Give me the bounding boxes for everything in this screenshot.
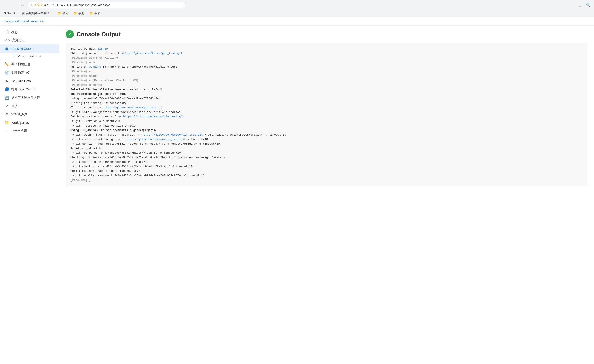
console-line: Cloning the remote Git repository [70, 101, 582, 106]
security-label: 不安全 [34, 3, 43, 7]
console-line: Running on Jenkins in /var/jenkins_home/… [70, 65, 582, 69]
breadcrumb-item-2[interactable]: #6 [42, 20, 45, 23]
sidebar-item-git-build-data[interactable]: ◆Git Build Data [0, 77, 59, 85]
sidebar-icon-workspaces: 📁 [5, 121, 9, 125]
console-line: > git config core.sparsecheckout # timeo… [70, 160, 582, 164]
bookmark-icon-google: G [4, 12, 6, 15]
bookmark-platform[interactable]: 📁平台 [57, 11, 69, 16]
sidebar-icon-delete-build: 🗑️ [5, 70, 9, 75]
console-line: [Pipeline] stage [70, 74, 582, 78]
bookmark-icon-misc: 📁 [90, 12, 94, 15]
browser-right-icons: ⊞ 🔍 [577, 2, 591, 8]
back-button[interactable]: ← [3, 2, 9, 8]
console-line: > git rev-list --no-walk 9c8a3d5236ba25b… [70, 173, 582, 178]
console-line: > git --version # timeout=10 [70, 119, 582, 124]
content-header: ✓ Console Output [59, 26, 594, 43]
sidebar-item-prev-build[interactable]: ←上一次构建 [0, 127, 59, 135]
sidebar-item-status[interactable]: 📄状态 [0, 28, 59, 36]
browser-toolbar: ← → ↻ ⚠ 不安全 47.102.149.46:8088/job/pipel… [0, 0, 594, 10]
bookmark-icon-manual: 📁 [74, 12, 77, 15]
sidebar-icon-git-build-data: ◆ [5, 79, 9, 83]
breadcrumb-item-0[interactable]: Dashboard [5, 20, 19, 23]
sidebar-item-workspaces[interactable]: 📁Workspaces [0, 118, 59, 127]
console-output: Started by user lishuoObtained jenkinsfi… [66, 43, 587, 186]
bookmark-label-google: Google [7, 12, 17, 15]
console-link[interactable]: https://gitee.com/kezuo/gin_test.git [125, 138, 186, 141]
sidebar: 📄状态</>变更历史▣Console Output📄View as plain … [0, 26, 59, 364]
console-link[interactable]: https://gitee.com/kezuo/gin_test.git [121, 52, 182, 55]
console-line: > git fetch --tags --force --progress --… [70, 133, 582, 137]
sidebar-item-blue-ocean[interactable]: 🔵打开 Blue Ocean [0, 85, 59, 94]
sidebar-label-changes: 变更历史 [12, 38, 25, 42]
console-line: Fetching upstream changes from https://g… [70, 115, 582, 119]
console-line: [Pipeline] { [70, 69, 582, 74]
bookmark-manual[interactable]: 📁手册 [73, 11, 85, 16]
console-line: Commit message: "add target/likezhu.txt.… [70, 169, 582, 173]
console-line: [Pipeline] } [70, 178, 582, 182]
sidebar-icon-changes: </> [5, 38, 10, 42]
sidebar-subitem-view-plain[interactable]: 📄View as plain text [0, 53, 59, 60]
top-wrapper: Dashboard›pipeline-test›#6 [0, 17, 594, 26]
sidebar-label-workspaces: Workspaces [11, 121, 29, 124]
bookmark-label-manual: 手册 [78, 11, 84, 15]
translate-button[interactable]: ⊞ [577, 2, 583, 8]
reload-button[interactable]: ↻ [19, 2, 25, 8]
browser-chrome: ← → ↻ ⚠ 不安全 47.102.149.46:8088/job/pipel… [0, 0, 594, 17]
sidebar-icon-status: 📄 [5, 30, 9, 34]
console-line: > git config remote.origin.url https://g… [70, 137, 582, 142]
sidebar-icon-replay: ↗ [5, 104, 9, 108]
bookmark-baidu-translate[interactable]: 百百度翻译-200种语... [21, 11, 53, 16]
sidebar-icon-blue-ocean: 🔵 [5, 87, 9, 91]
sidebar-item-pipeline-steps[interactable]: ≡流水线步骤 [0, 110, 59, 118]
console-line: Selected Git installation does not exist… [70, 87, 582, 92]
console-line: > git config --add remote.origin.fetch +… [70, 142, 582, 146]
page-layout: 📄状态</>变更历史▣Console Output📄View as plain … [0, 26, 594, 364]
console-line: [Pipeline] node [70, 60, 582, 65]
address-bar[interactable]: ⚠ 不安全 47.102.149.46:8088/job/pipeline-te… [27, 2, 186, 8]
sidebar-item-changes[interactable]: </>变更历史 [0, 36, 59, 44]
security-icon: ⚠ [30, 3, 33, 7]
bookmarks-bar: GGoogle百百度翻译-200种语...📁平台📁手册📁杂项 [0, 10, 594, 17]
bookmark-label-misc: 杂项 [94, 11, 100, 15]
console-link[interactable]: https://gitee.com/kezuo/gin_test.git [103, 106, 164, 109]
breadcrumb-item-1[interactable]: pipeline-test [23, 20, 39, 23]
console-link[interactable]: https://gitee.com/kezuo/gin_test.git [123, 115, 184, 118]
sidebar-icon-console-output: ▣ [5, 47, 9, 51]
sidebar-item-console-output[interactable]: ▣Console Output [0, 44, 59, 53]
console-line: Started by user lishuo [70, 47, 582, 51]
sidebar-label-edit-build: 编辑构建信息 [11, 62, 30, 66]
success-icon: ✓ [66, 30, 74, 38]
page-title: Console Output [76, 31, 121, 38]
console-link[interactable]: Jenkins [89, 65, 101, 69]
bookmark-icon-baidu-translate: 百 [22, 11, 25, 15]
console-line: [Pipeline] Start of Pipeline [70, 56, 582, 60]
console-line: > git --version # 'git version 2.30.2' [70, 124, 582, 128]
sidebar-item-delete-build[interactable]: 🗑️删除构建 '#6' [0, 68, 59, 77]
search-button[interactable]: 🔍 [585, 2, 591, 8]
bookmark-label-baidu-translate: 百度翻译-200种语... [26, 11, 52, 15]
bookmark-misc[interactable]: 📁杂项 [89, 11, 101, 16]
console-link[interactable]: https://gitee.com/kezuo/gin_test.git [142, 133, 203, 136]
sidebar-label-restart-stage: 从指定阶段重新运行 [11, 96, 40, 100]
sidebar-item-restart-stage[interactable]: 🔄从指定阶段重新运行 [0, 94, 59, 102]
breadcrumb: Dashboard›pipeline-test›#6 [0, 17, 594, 25]
sidebar-icon-pipeline-steps: ≡ [5, 112, 9, 116]
console-line: Checking out Revision e1d1615eb0c0542f72… [70, 155, 582, 160]
sidebar-label-console-output: Console Output [11, 47, 33, 50]
sidebar-label-prev-build: 上一次构建 [11, 129, 27, 133]
console-line: using GIT_ASKPASS to set credentials git… [70, 128, 582, 133]
forward-button[interactable]: → [11, 2, 17, 8]
sidebar-label-status: 状态 [11, 30, 18, 34]
sidebar-label-git-build-data: Git Build Data [11, 79, 31, 83]
bookmark-label-platform: 平台 [62, 11, 68, 15]
sidebar-label-blue-ocean: 打开 Blue Ocean [11, 87, 35, 91]
sidebar-icon-prev-build: ← [5, 129, 9, 133]
console-line: Obtained jenkinsfile from git https://gi… [70, 51, 582, 56]
sidebar-item-replay[interactable]: ↗回放 [0, 102, 59, 110]
console-line: Cloning repository https://gitee.com/kez… [70, 106, 582, 110]
console-link[interactable]: lishuo [98, 47, 108, 50]
sidebar-item-edit-build[interactable]: ✏️编辑构建信息 [0, 60, 59, 68]
sidebar-label-view-plain: View as plain text [18, 55, 41, 58]
bookmark-google[interactable]: GGoogle [3, 11, 17, 16]
console-line: [Pipeline] checkout [70, 83, 582, 87]
